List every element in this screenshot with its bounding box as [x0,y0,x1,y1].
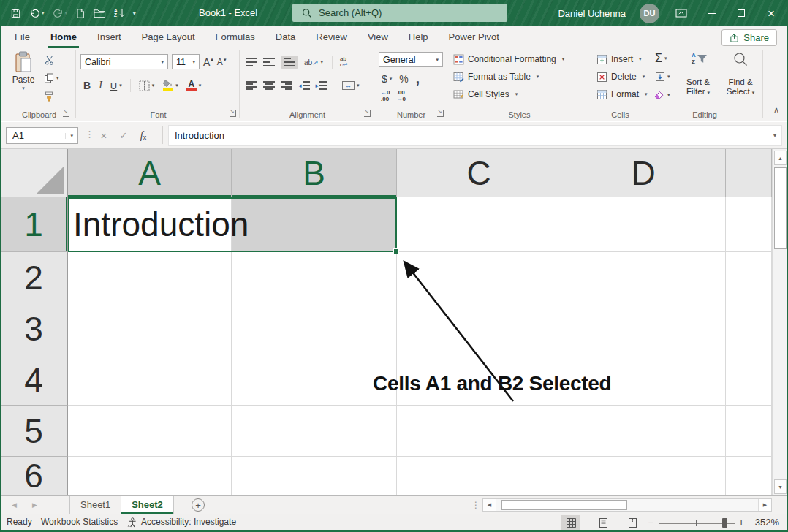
center-button[interactable] [263,81,275,90]
copy-dropdown-icon[interactable]: ▾ [56,75,59,81]
cell-B6[interactable] [232,457,397,495]
tab-insert[interactable]: Insert [87,26,132,48]
number-format-select[interactable]: General ▾ [379,52,443,67]
horizontal-scrollbar-thumb[interactable] [501,500,627,510]
delete-cells-button[interactable]: Delete ▾ [596,69,645,85]
cell-A1[interactable]: Introduction [68,197,232,252]
comma-style-button[interactable]: , [416,75,420,83]
share-button[interactable]: Share [721,29,777,46]
cell-D5[interactable] [561,406,726,457]
user-name[interactable]: Daniel Uchenna [558,8,626,19]
font-color-button[interactable]: A ▾ [186,80,202,91]
orientation-dropdown-icon[interactable]: ▾ [321,59,324,65]
new-sheet-button[interactable]: + [192,498,205,512]
font-size-select[interactable]: 11 ▾ [172,54,200,69]
middle-align-button[interactable] [263,58,275,66]
conditional-formatting-button[interactable]: Conditional Formatting ▾ [453,51,564,67]
zoom-in-button[interactable]: + [738,514,744,531]
fill-button[interactable]: ▾ [655,72,670,82]
row-header-5[interactable]: 5 [0,406,68,457]
orientation-button[interactable]: ab↗ ▾ [304,58,323,66]
row-header-3[interactable]: 3 [0,303,68,354]
previous-sheet-button[interactable]: ◀ [12,496,17,514]
cell-C3[interactable] [397,303,561,354]
formula-input[interactable]: Introduction [168,125,782,146]
undo-button[interactable]: ▾ [29,8,45,19]
cell-A2[interactable] [68,252,232,303]
cell-A3[interactable] [68,303,232,354]
tab-home[interactable]: Home [40,26,87,48]
tab-power-pivot[interactable]: Power Pivot [439,26,509,48]
cell-B1[interactable] [232,197,397,252]
cell-C2[interactable] [397,252,561,303]
cut-button[interactable] [45,55,55,65]
font-family-select[interactable]: Calibri ▾ [80,54,168,69]
accounting-format-button[interactable]: $▾ [382,73,392,85]
row-header-1[interactable]: 1 [0,197,68,252]
select-all-corner[interactable] [0,149,68,197]
fill-dropdown-icon[interactable]: ▾ [667,74,670,80]
align-right-button[interactable] [281,81,292,90]
paste-dropdown-icon[interactable]: ▾ [22,86,25,91]
tab-data[interactable]: Data [265,26,306,48]
page-layout-view-button[interactable] [594,515,613,530]
italic-button[interactable]: I [99,80,102,91]
name-box-dropdown-icon[interactable]: ▾ [65,133,77,139]
fill-color-button[interactable]: ▾ [162,80,178,91]
cell-extra2[interactable] [726,252,772,303]
increase-decimal-button[interactable]: ←0.00 [381,90,390,102]
paste-button[interactable]: Paste ▾ [7,51,39,91]
zoom-slider-thumb[interactable] [722,518,727,528]
undo-dropdown-icon[interactable]: ▾ [42,10,45,16]
copy-button[interactable]: ▾ [44,73,59,83]
decrease-font-size-button[interactable]: A▾ [217,57,227,67]
merge-center-button[interactable]: ↔ ▾ [342,81,360,90]
workbook-statistics-button[interactable]: Workbook Statistics [41,514,118,530]
row-header-6[interactable]: 6 [0,457,68,495]
font-dialog-launcher-icon[interactable] [230,110,236,117]
cell-D3[interactable] [561,303,726,354]
cell-A6[interactable] [68,457,232,495]
ribbon-display-options-button[interactable] [673,0,689,26]
zoom-percentage[interactable]: 352% [750,514,779,530]
horizontal-scrollbar[interactable]: ◀ ▶ [482,498,772,512]
tab-file[interactable]: File [4,26,40,48]
top-align-button[interactable] [246,58,257,66]
autosum-dropdown-icon[interactable]: ▾ [664,56,667,61]
tab-review[interactable]: Review [306,26,357,48]
tab-view[interactable]: View [357,26,398,48]
cell-C5[interactable] [397,406,561,457]
qat-customize-icon[interactable]: ▾ [133,10,136,17]
cell-B3[interactable] [232,303,397,354]
search-input[interactable]: Search (Alt+Q) [292,4,507,22]
normal-view-button[interactable] [561,515,580,530]
decrease-decimal-button[interactable]: .00→0 [396,90,405,102]
clear-dropdown-icon[interactable]: ▾ [667,92,670,98]
autosum-button[interactable]: Σ ▾ [655,53,667,64]
clipboard-dialog-launcher-icon[interactable] [63,110,69,117]
open-file-button[interactable] [94,8,106,18]
tab-page-layout[interactable]: Page Layout [132,26,205,48]
increase-indent-button[interactable]: ▸ [316,81,327,90]
number-dialog-launcher-icon[interactable] [437,110,444,117]
formula-bar-drag-handle[interactable]: ⋮ [85,129,94,140]
column-header-A[interactable]: A [68,149,232,197]
cell-C1[interactable] [397,197,561,252]
cell-C6[interactable] [397,457,561,495]
cell-D6[interactable] [561,457,726,495]
column-header-C[interactable]: C [397,149,561,197]
column-header-D[interactable]: D [561,149,726,197]
cell-B5[interactable] [232,406,397,457]
format-as-table-button[interactable]: Format as Table ▾ [453,69,539,85]
cell-A4[interactable] [68,354,232,406]
close-button[interactable]: × [763,0,779,26]
enter-button[interactable]: ✓ [115,127,132,144]
fill-color-dropdown-icon[interactable]: ▾ [175,83,178,88]
cancel-button[interactable]: × [95,127,113,144]
cell-extra5[interactable] [726,406,772,457]
scroll-right-button[interactable]: ▶ [758,499,771,511]
cell-extra4[interactable] [726,354,772,406]
sheet-tab-sheet1[interactable]: Sheet1 [70,496,121,514]
font-color-dropdown-icon[interactable]: ▾ [199,83,202,88]
underline-button[interactable]: U▾ [110,80,122,91]
